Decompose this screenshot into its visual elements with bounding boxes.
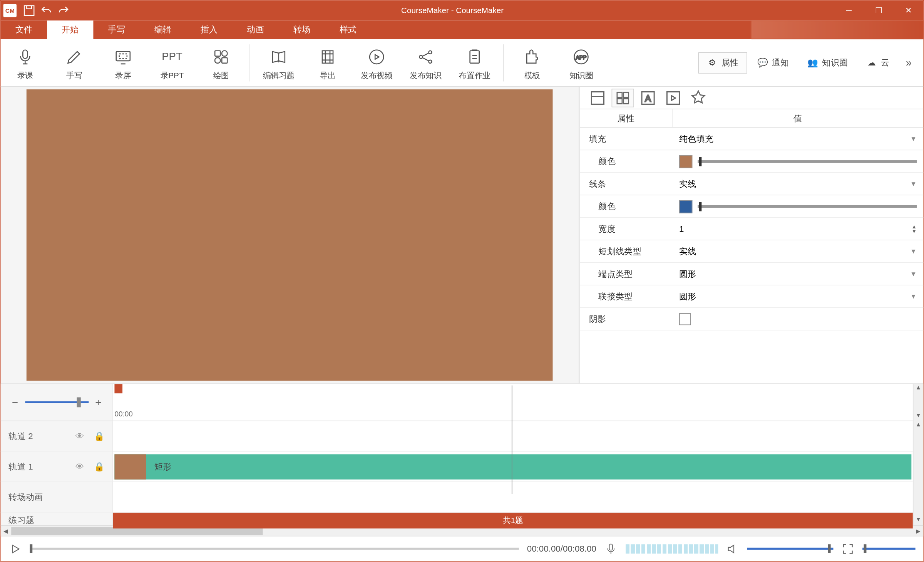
- panel-tab-media[interactable]: [662, 89, 684, 107]
- fill-swatch[interactable]: [679, 154, 692, 168]
- panel-tab-layout[interactable]: [586, 89, 609, 107]
- playhead[interactable]: [114, 384, 122, 393]
- menu-animation[interactable]: 动画: [232, 20, 278, 39]
- opacity-slider[interactable]: [698, 160, 917, 163]
- svg-rect-14: [470, 51, 479, 63]
- svg-rect-6: [222, 51, 227, 56]
- scroll-left-icon[interactable]: ◀: [1, 526, 12, 536]
- view-zoom-slider[interactable]: [862, 548, 916, 550]
- save-icon[interactable]: [22, 3, 37, 18]
- ribbon-handwrite[interactable]: 手写: [50, 44, 99, 81]
- ribbon-recordppt[interactable]: PPT录PPT: [147, 44, 196, 81]
- ribbon-template[interactable]: 模板: [508, 44, 557, 81]
- speaker-icon[interactable]: [726, 542, 739, 555]
- svg-rect-21: [624, 98, 629, 103]
- right-tab-attrs[interactable]: ⚙属性: [698, 52, 747, 73]
- zoom-out-button[interactable]: −: [9, 396, 21, 408]
- menu-file[interactable]: 文件: [1, 20, 47, 39]
- shadow-checkbox[interactable]: [679, 313, 691, 325]
- ribbon-circle[interactable]: APP知识圈: [557, 44, 606, 81]
- row-cap[interactable]: 端点类型圆形▼: [580, 263, 923, 285]
- canvas-shape[interactable]: [27, 89, 553, 381]
- ribbon-exercise[interactable]: 编辑习题: [254, 44, 303, 81]
- lock-icon[interactable]: 🔒: [94, 461, 105, 471]
- ribbon-publishknowledge[interactable]: 发布知识: [401, 44, 450, 81]
- ribbon-export[interactable]: 导出: [303, 44, 352, 81]
- users-icon: 👥: [807, 57, 818, 68]
- menu-handwrite[interactable]: 手写: [93, 20, 139, 39]
- overflow-button[interactable]: »: [899, 57, 918, 69]
- timeline-zoom: − +: [1, 384, 113, 421]
- eye-icon[interactable]: 👁: [75, 431, 86, 441]
- row-fillcolor[interactable]: 颜色: [580, 150, 923, 173]
- ribbon-assignhw[interactable]: 布置作业: [450, 44, 499, 81]
- chat-icon: 💬: [757, 57, 768, 68]
- svg-point-11: [419, 55, 422, 59]
- svg-text:APP: APP: [576, 54, 586, 60]
- panel-tab-star[interactable]: [687, 89, 710, 107]
- chevron-down-icon: ▼: [910, 180, 917, 188]
- window-title: CourseMaker - CourseMaker: [71, 6, 834, 15]
- eye-icon[interactable]: 👁: [75, 461, 86, 471]
- track-1-lane[interactable]: 矩形: [113, 451, 913, 482]
- row-line[interactable]: 线条实线▼: [580, 173, 923, 195]
- panel-tab-text[interactable]: A: [637, 89, 659, 107]
- line-swatch[interactable]: [679, 200, 692, 213]
- row-width[interactable]: 宽度1▲▼: [580, 218, 923, 240]
- ribbon-screenrec[interactable]: 录屏: [99, 44, 147, 81]
- ribbon-record[interactable]: 录课: [1, 44, 50, 81]
- timeline: − + 00:00 ▲▼ 轨道 2👁🔒 轨道 1👁🔒 转场动画 练习题: [1, 383, 924, 535]
- row-dash[interactable]: 短划线类型实线▼: [580, 240, 923, 263]
- width-spinner[interactable]: ▲▼: [911, 224, 917, 233]
- zoom-slider[interactable]: [25, 401, 88, 403]
- title-bar: CM CourseMaker - CourseMaker ─ ☐ ✕: [1, 1, 924, 21]
- menu-transition[interactable]: 转场: [279, 20, 325, 39]
- right-tab-circle[interactable]: 👥知识圈: [799, 52, 857, 73]
- pencil-icon: [65, 48, 83, 66]
- close-button[interactable]: ✕: [894, 1, 923, 21]
- timeline-clip[interactable]: 矩形: [114, 454, 911, 479]
- undo-icon[interactable]: [39, 3, 54, 18]
- zoom-in-button[interactable]: +: [92, 396, 104, 408]
- line-opacity-slider[interactable]: [698, 205, 917, 208]
- volume-slider[interactable]: [747, 548, 833, 550]
- timeline-vscroll2[interactable]: ▲▼: [913, 421, 924, 525]
- puzzle-icon: [523, 48, 541, 66]
- menu-edit[interactable]: 编辑: [140, 20, 186, 39]
- fullscreen-icon[interactable]: [841, 542, 854, 555]
- scroll-right-icon[interactable]: ▶: [913, 526, 924, 536]
- ribbon-publishvideo[interactable]: 发布视频: [352, 44, 401, 81]
- menu-insert[interactable]: 插入: [186, 20, 232, 39]
- svg-rect-25: [609, 544, 613, 550]
- menu-start[interactable]: 开始: [47, 20, 93, 39]
- minimize-button[interactable]: ─: [834, 1, 864, 21]
- ribbon-draw[interactable]: 绘图: [197, 44, 246, 81]
- menu-style[interactable]: 样式: [325, 20, 371, 39]
- redo-icon[interactable]: [56, 3, 71, 18]
- track-2-lane[interactable]: [113, 421, 913, 451]
- seek-slider[interactable]: [30, 548, 519, 550]
- lock-icon[interactable]: 🔒: [94, 431, 105, 441]
- panel-tab-grid[interactable]: [612, 89, 634, 107]
- clipboard-icon: [465, 48, 484, 66]
- track-1-header[interactable]: 轨道 1👁🔒: [1, 451, 113, 482]
- track-transition-lane[interactable]: [113, 482, 913, 513]
- row-join[interactable]: 联接类型圆形▼: [580, 285, 923, 308]
- track-2-header[interactable]: 轨道 2👁🔒: [1, 421, 113, 451]
- row-linecolor[interactable]: 颜色: [580, 195, 923, 218]
- track-transition-header[interactable]: 转场动画: [1, 482, 113, 513]
- shapes-icon: [212, 48, 230, 66]
- app-icon: APP: [572, 48, 590, 66]
- exercise-lane[interactable]: 共1题: [113, 513, 913, 528]
- account-area: [751, 20, 923, 39]
- right-tab-notify[interactable]: 💬通知: [748, 52, 797, 73]
- right-tab-cloud[interactable]: ☁云: [858, 52, 898, 73]
- row-shadow[interactable]: 阴影: [580, 308, 923, 330]
- play-button[interactable]: [8, 542, 22, 555]
- svg-rect-9: [322, 51, 333, 63]
- timeline-ruler[interactable]: 00:00: [113, 384, 913, 421]
- timeline-vscroll[interactable]: ▲▼: [913, 384, 924, 421]
- row-fill[interactable]: 填充纯色填充▼: [580, 128, 923, 150]
- mic-icon[interactable]: [604, 542, 618, 555]
- maximize-button[interactable]: ☐: [864, 1, 894, 21]
